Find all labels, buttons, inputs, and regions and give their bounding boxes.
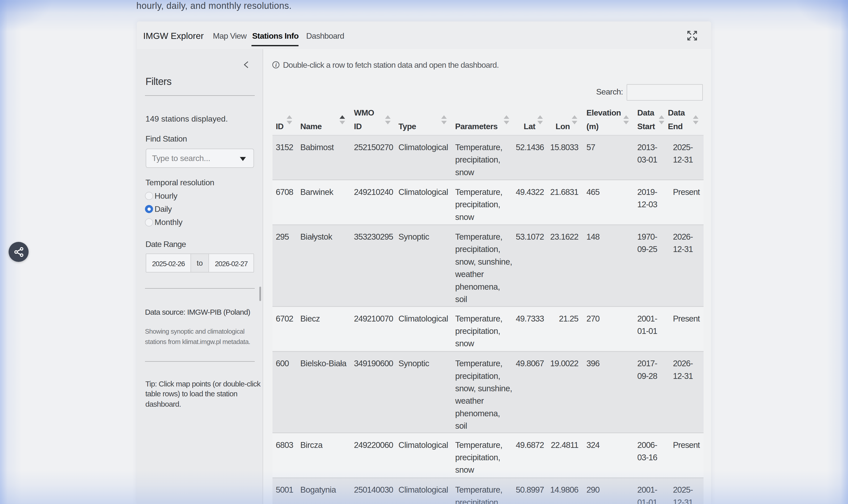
svg-text:i: i [275,62,277,68]
